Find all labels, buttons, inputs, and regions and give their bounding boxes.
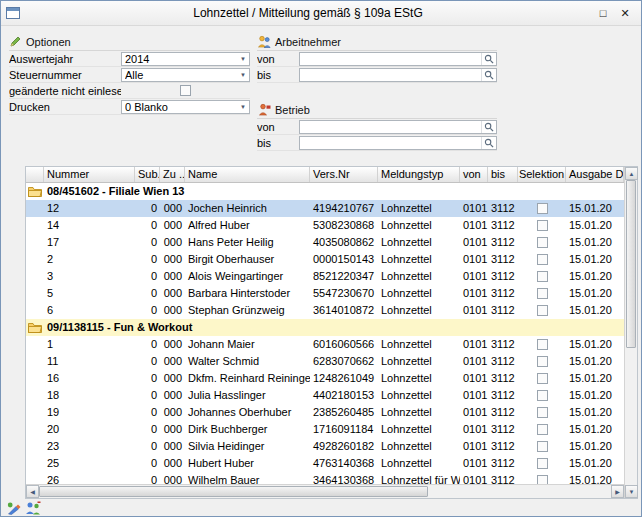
table-row[interactable]: 50000Barbara Hinterstoder5547230670Lohnz… [26, 285, 624, 302]
column-header-selektion[interactable]: Selektion [518, 167, 566, 182]
cell-versnr: 8521220347 [310, 268, 378, 285]
selektion-checkbox[interactable] [537, 339, 548, 350]
column-header-ausgabe-datum[interactable]: Ausgabe Dat... [566, 167, 624, 182]
column-header-name[interactable]: Name [185, 167, 310, 182]
column-header-versnr[interactable]: Vers.Nr [310, 167, 378, 182]
signature-pen-icon[interactable] [7, 501, 22, 515]
selektion-checkbox[interactable] [537, 407, 548, 418]
cell-meldungstyp: Lohnzettel [378, 302, 460, 319]
table-row[interactable]: 120000Jochen Heinrich4194210767Lohnzette… [26, 200, 624, 217]
arbeitnehmer-von-input[interactable] [300, 53, 481, 65]
cell-zu: 000 [160, 387, 185, 404]
selektion-checkbox[interactable] [537, 288, 548, 299]
steuernummer-select[interactable]: Alle ▼ [121, 68, 250, 82]
betrieb-bis-field[interactable] [299, 136, 497, 150]
table-row[interactable]: 230000Silvia Heidinger4928260182Lohnzett… [26, 438, 624, 455]
search-icon[interactable] [481, 121, 496, 133]
table-row[interactable]: 200000Dirk Buchberger1716091184Lohnzette… [26, 421, 624, 438]
table-row[interactable]: 250000Hubert Huber4763140368Lohnzettel01… [26, 455, 624, 472]
table-row[interactable]: 30000Alois Weingartinger8521220347Lohnze… [26, 268, 624, 285]
cell-meldungstyp: Lohnzettel [378, 217, 460, 234]
geaenderte-checkbox[interactable] [180, 85, 191, 96]
arbeitnehmer-bis-input[interactable] [300, 69, 481, 81]
table-row[interactable]: 60000Stephan Grünzweig3614010872Lohnzett… [26, 302, 624, 319]
column-header-von[interactable]: von [460, 167, 488, 182]
cell-ausgabe-datum: 15.01.20 [566, 217, 624, 234]
column-header-bis[interactable]: bis [488, 167, 518, 182]
table-row[interactable]: 140000Alfred Huber5308230868Lohnzettel01… [26, 217, 624, 234]
selektion-checkbox[interactable] [537, 220, 548, 231]
vertical-scrollbar[interactable]: ▲ ▼ [624, 167, 637, 498]
cell-bis: 3112 [488, 387, 518, 404]
cell-nummer: 18 [44, 387, 135, 404]
selektion-checkbox[interactable] [537, 271, 548, 282]
selektion-checkbox[interactable] [537, 475, 548, 484]
cell-selektion [518, 268, 566, 285]
cell-sub: 0 [135, 268, 160, 285]
cell-name: Johannes Oberhuber [185, 404, 310, 421]
cell-versnr: 5308230868 [310, 217, 378, 234]
arbeitnehmer-bis-field[interactable] [299, 68, 497, 82]
cell-selektion [518, 302, 566, 319]
cell-name: Hans Peter Heilig [185, 234, 310, 251]
betrieb-bis-label: bis [257, 137, 299, 149]
grid: NummerSub...Zu ...NameVers.NrMeldungstyp… [26, 167, 624, 498]
cell-sub: 0 [135, 251, 160, 268]
search-icon[interactable] [481, 69, 496, 81]
maximize-button[interactable]: □ [592, 5, 614, 22]
selektion-checkbox[interactable] [537, 305, 548, 316]
vertical-scroll-thumb[interactable] [626, 180, 636, 348]
column-header-zu[interactable]: Zu ... [160, 167, 185, 182]
selektion-checkbox[interactable] [537, 356, 548, 367]
selektion-checkbox[interactable] [537, 203, 548, 214]
table-row[interactable]: 170000Hans Peter Heilig4035080862Lohnzet… [26, 234, 624, 251]
column-header-sub[interactable]: Sub... [135, 167, 160, 182]
table-row[interactable]: 260000Wilhelm Bauer3464130368Lohnzettel … [26, 472, 624, 484]
scroll-up-button[interactable]: ▲ [625, 167, 638, 180]
selektion-checkbox[interactable] [537, 458, 548, 469]
cell-von: 0101 [460, 353, 488, 370]
selektion-checkbox[interactable] [537, 424, 548, 435]
horizontal-scroll-track[interactable] [39, 485, 611, 498]
selektion-checkbox[interactable] [537, 441, 548, 452]
scroll-right-button[interactable]: ▶ [611, 485, 624, 498]
search-icon[interactable] [481, 53, 496, 65]
column-header-meldungstyp[interactable]: Meldungstyp [378, 167, 460, 182]
betrieb-von-field[interactable] [299, 120, 497, 134]
table-row[interactable]: 180000Julia Hasslinger4402180153Lohnzett… [26, 387, 624, 404]
column-header-nummer[interactable]: Nummer [44, 167, 135, 182]
scroll-down-button[interactable]: ▼ [625, 485, 638, 498]
vertical-scroll-track[interactable] [625, 180, 637, 485]
cell-bis: 3112 [488, 285, 518, 302]
horizontal-scrollbar[interactable]: ◀ ▶ [26, 484, 624, 498]
employees-small-icon[interactable] [25, 501, 41, 515]
group-row[interactable]: 09/1138115 - Fun & Workout [26, 319, 624, 336]
betrieb-bis-input[interactable] [300, 137, 481, 149]
auswertejahr-select[interactable]: 2014 ▼ [121, 52, 250, 66]
selektion-checkbox[interactable] [537, 254, 548, 265]
table-row[interactable]: 10000Johann Maier6016060566Lohnzettel010… [26, 336, 624, 353]
cell-versnr: 2385260485 [310, 404, 378, 421]
close-button[interactable]: ✕ [614, 5, 636, 22]
cell-ausgabe-datum: 15.01.20 [566, 268, 624, 285]
betrieb-von-input[interactable] [300, 121, 481, 133]
search-icon[interactable] [481, 137, 496, 149]
horizontal-scroll-thumb[interactable] [39, 486, 428, 497]
drucken-select[interactable]: 0 Blanko ▼ [121, 100, 250, 114]
selektion-checkbox[interactable] [537, 390, 548, 401]
betrieb-von-label: von [257, 121, 299, 133]
cell-von: 0101 [460, 217, 488, 234]
table-row[interactable]: 160000Dkfm. Reinhard Reininger1248261049… [26, 370, 624, 387]
table-row[interactable]: 110000Walter Schmid6283070662Lohnzettel0… [26, 353, 624, 370]
scroll-left-button[interactable]: ◀ [26, 485, 39, 498]
arbeitnehmer-von-field[interactable] [299, 52, 497, 66]
cell-meldungstyp: Lohnzettel für Wer... [378, 472, 460, 484]
selektion-checkbox[interactable] [537, 237, 548, 248]
cell-versnr: 4402180153 [310, 387, 378, 404]
selektion-checkbox[interactable] [537, 373, 548, 384]
cell-zu: 000 [160, 302, 185, 319]
cell-versnr: 1716091184 [310, 421, 378, 438]
table-row[interactable]: 190000Johannes Oberhuber2385260485Lohnze… [26, 404, 624, 421]
table-row[interactable]: 20000Birgit Oberhauser0000150143Lohnzett… [26, 251, 624, 268]
group-row[interactable]: 08/451602 - Filiale Wien 13 [26, 183, 624, 200]
